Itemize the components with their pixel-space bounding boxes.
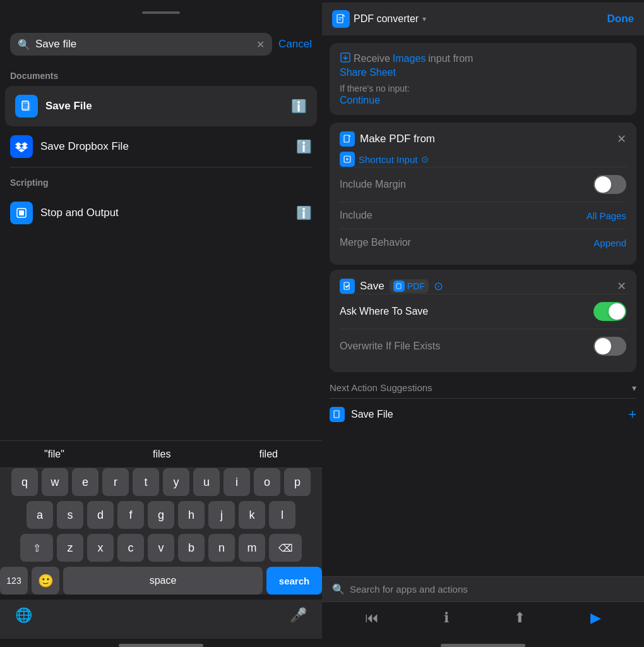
keyboard-row-1: q w e r t y u i o p — [0, 468, 322, 496]
keyboard-row-4: 123 🙂 space search — [0, 567, 322, 595]
autocomplete-quoted[interactable]: "file" — [34, 446, 75, 463]
emoji-key[interactable]: 🙂 — [32, 567, 59, 595]
numbers-key[interactable]: 123 — [0, 567, 28, 595]
key-w[interactable]: w — [42, 468, 68, 496]
autocomplete-bar: "file" files filed — [0, 440, 322, 468]
toolbar-info-icon[interactable]: ℹ — [444, 610, 449, 626]
key-f[interactable]: f — [117, 501, 144, 529]
key-c[interactable]: c — [117, 534, 144, 562]
stop-output-info-button[interactable]: ℹ️ — [296, 205, 312, 221]
svg-rect-2 — [19, 210, 24, 215]
ask-where-label: Ask Where To Save — [340, 306, 428, 317]
key-s[interactable]: s — [57, 501, 83, 529]
save-dropbox-info-button[interactable]: ℹ️ — [296, 139, 312, 154]
overwrite-toggle[interactable] — [593, 337, 626, 356]
key-q[interactable]: q — [11, 468, 38, 496]
key-l[interactable]: l — [269, 501, 295, 529]
toolbar-play-icon[interactable]: ▶ — [590, 610, 601, 626]
done-button[interactable]: Done — [607, 13, 635, 25]
include-margin-toggle[interactable] — [593, 175, 626, 194]
ask-where-row: Ask Where To Save — [340, 294, 626, 329]
save-file-item[interactable]: Save File ℹ️ — [5, 86, 317, 126]
merge-behavior-label: Merge Behavior — [340, 237, 411, 248]
globe-icon[interactable]: 🌐 — [15, 607, 32, 624]
key-j[interactable]: j — [208, 501, 235, 529]
key-k[interactable]: k — [239, 501, 265, 529]
images-link[interactable]: Images — [393, 53, 426, 64]
include-value[interactable]: All Pages — [587, 210, 626, 221]
keyboard-row-3: ⇧ z x c v b n m ⌫ — [0, 534, 322, 562]
make-pdf-title: Make PDF from — [360, 133, 435, 145]
key-n[interactable]: n — [208, 534, 235, 562]
include-margin-label: Include Margin — [340, 179, 406, 190]
merge-value[interactable]: Append — [593, 238, 626, 248]
save-file-info-button[interactable]: ℹ️ — [291, 99, 307, 114]
key-d[interactable]: d — [87, 501, 114, 529]
shift-key[interactable]: ⇧ — [20, 534, 53, 562]
pdf-converter-button[interactable]: PDF converter ▾ — [332, 10, 426, 28]
svg-rect-10 — [397, 284, 401, 289]
key-h[interactable]: h — [178, 501, 205, 529]
status-pill — [142, 11, 180, 14]
bottom-search-placeholder: Search for apps and actions — [350, 584, 468, 595]
key-b[interactable]: b — [178, 534, 205, 562]
autocomplete-files[interactable]: files — [143, 446, 181, 463]
suggestions-chevron-icon[interactable]: ▾ — [632, 383, 636, 393]
key-z[interactable]: z — [57, 534, 83, 562]
input-from-text: input from — [428, 53, 473, 64]
shortcut-input-link[interactable]: Shortcut Input — [359, 154, 417, 165]
key-i[interactable]: i — [224, 468, 250, 496]
share-sheet-link[interactable]: Share Sheet — [340, 67, 396, 78]
right-panel: PDF converter ▾ Done Receive Images inpu… — [322, 0, 644, 647]
key-x[interactable]: x — [87, 534, 114, 562]
key-v[interactable]: v — [148, 534, 174, 562]
make-pdf-close-button[interactable]: ✕ — [617, 132, 626, 146]
key-y[interactable]: y — [163, 468, 189, 496]
stop-output-label: Stop and Output — [40, 207, 289, 219]
save-file-suggestion[interactable]: Save File + — [330, 398, 636, 430]
ask-where-toggle[interactable] — [593, 302, 626, 321]
key-u[interactable]: u — [193, 468, 220, 496]
key-m[interactable]: m — [239, 534, 265, 562]
suggestions-title: Next Action Suggestions — [330, 382, 432, 393]
save-chevron-icon[interactable]: ⊙ — [434, 279, 443, 293]
search-clear-button[interactable]: ✕ — [256, 39, 265, 51]
cancel-button[interactable]: Cancel — [278, 38, 312, 51]
left-status-bar — [0, 0, 322, 25]
save-file-label: Save File — [45, 100, 283, 112]
key-r[interactable]: r — [102, 468, 129, 496]
shortcut-chevron-icon[interactable]: ⊙ — [421, 154, 429, 164]
continue-link[interactable]: Continue — [340, 95, 380, 106]
shortcut-input-icon — [340, 152, 355, 167]
save-label: Save — [360, 280, 385, 293]
left-panel: 🔍 Save file ✕ Cancel Documents Save File… — [0, 0, 322, 647]
key-t[interactable]: t — [133, 468, 159, 496]
toolbar-back-icon[interactable]: ⏮ — [365, 610, 379, 626]
mic-icon[interactable]: 🎤 — [290, 607, 307, 624]
key-g[interactable]: g — [148, 501, 174, 529]
documents-section-header: Documents — [0, 61, 322, 86]
save-pdf-close-button[interactable]: ✕ — [617, 279, 626, 293]
stop-output-item[interactable]: Stop and Output ℹ️ — [0, 193, 322, 233]
suggestions-header: Next Action Suggestions ▾ — [330, 377, 636, 398]
key-a[interactable]: a — [27, 501, 53, 529]
search-bar[interactable]: 🔍 Save file ✕ — [10, 33, 272, 56]
shortcut-input-row: Shortcut Input ⊙ — [340, 152, 626, 167]
key-o[interactable]: o — [254, 468, 280, 496]
receive-text: Receive — [354, 53, 390, 64]
suggestion-add-button[interactable]: + — [628, 406, 636, 423]
stop-output-icon — [10, 202, 33, 224]
key-p[interactable]: p — [284, 468, 311, 496]
key-e[interactable]: e — [72, 468, 98, 496]
search-input[interactable]: Save file — [35, 38, 251, 51]
autocomplete-filed[interactable]: filed — [249, 446, 288, 463]
bottom-search-icon: 🔍 — [332, 583, 345, 595]
bottom-search-bar[interactable]: 🔍 Search for apps and actions — [322, 576, 644, 602]
delete-key[interactable]: ⌫ — [269, 534, 302, 562]
suggestion-save-file-icon — [330, 407, 345, 422]
save-dropbox-item[interactable]: Save Dropbox File ℹ️ — [0, 126, 322, 167]
space-key[interactable]: space — [63, 567, 263, 595]
pdf-badge[interactable]: PDF — [390, 279, 429, 293]
search-key[interactable]: search — [266, 567, 322, 595]
toolbar-share-icon[interactable]: ⬆ — [514, 610, 525, 626]
